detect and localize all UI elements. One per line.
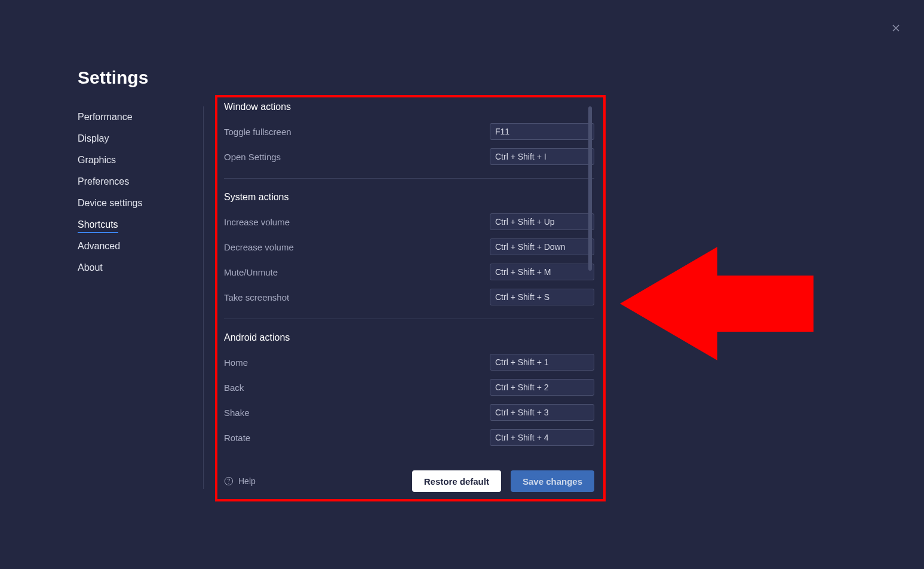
restore-default-button[interactable]: Restore default: [412, 470, 501, 492]
shortcut-input-increase-volume[interactable]: [490, 213, 594, 230]
svg-point-1: [229, 483, 229, 484]
shortcut-input-back[interactable]: [490, 379, 594, 396]
shortcut-label: Open Settings: [224, 152, 281, 162]
shortcut-row-rotate: Rotate: [224, 429, 594, 446]
shortcut-row-back: Back: [224, 379, 594, 396]
shortcut-label: Mute/Unmute: [224, 267, 278, 277]
close-button[interactable]: [889, 21, 903, 35]
sidebar-item-label: Shortcuts: [78, 219, 118, 233]
shortcut-input-rotate[interactable]: [490, 429, 594, 446]
section-window-actions: Window actions Toggle fullscreen Open Se…: [224, 102, 594, 179]
footer: Help Restore default Save changes: [224, 470, 594, 492]
shortcut-row-open-settings: Open Settings: [224, 148, 594, 165]
shortcut-row-increase-volume: Increase volume: [224, 213, 594, 230]
shortcut-input-shake[interactable]: [490, 404, 594, 421]
shortcut-label: Home: [224, 357, 248, 368]
sidebar-item-label: Display: [78, 133, 109, 143]
shortcut-row-take-screenshot: Take screenshot: [224, 289, 594, 305]
shortcut-input-take-screenshot[interactable]: [490, 289, 594, 305]
shortcut-row-shake: Shake: [224, 404, 594, 421]
annotation-arrow-icon: [620, 247, 814, 360]
sidebar-item-label: Advanced: [78, 241, 120, 251]
sidebar-item-label: Device settings: [78, 198, 143, 208]
section-title: Window actions: [224, 102, 594, 112]
sidebar-item-advanced[interactable]: Advanced: [78, 235, 203, 257]
shortcut-input-open-settings[interactable]: [490, 148, 594, 165]
shortcut-input-toggle-fullscreen[interactable]: [490, 123, 594, 140]
svg-marker-2: [620, 247, 814, 360]
shortcut-label: Increase volume: [224, 217, 290, 227]
sidebar-item-graphics[interactable]: Graphics: [78, 149, 203, 171]
shortcuts-content: Window actions Toggle fullscreen Open Se…: [224, 102, 594, 448]
shortcut-input-decrease-volume[interactable]: [490, 238, 594, 255]
shortcut-row-home: Home: [224, 354, 594, 371]
shortcut-label: Back: [224, 383, 244, 393]
close-icon: [890, 22, 902, 34]
shortcut-label: Toggle fullscreen: [224, 127, 291, 137]
help-link[interactable]: Help: [224, 476, 256, 486]
sidebar-item-device-settings[interactable]: Device settings: [78, 192, 203, 214]
section-title: System actions: [224, 192, 594, 203]
section-system-actions: System actions Increase volume Decrease …: [224, 192, 594, 319]
shortcut-row-toggle-fullscreen: Toggle fullscreen: [224, 123, 594, 140]
page-title: Settings: [78, 68, 148, 88]
save-changes-button[interactable]: Save changes: [511, 470, 594, 492]
section-android-actions: Android actions Home Back Shake Rotate R…: [224, 332, 594, 448]
shortcut-label: Rotate: [224, 433, 250, 443]
shortcut-label: Shake: [224, 408, 250, 418]
sidebar-item-performance[interactable]: Performance: [78, 106, 203, 128]
scrollbar[interactable]: [588, 106, 592, 271]
sidebar-item-label: About: [78, 262, 103, 273]
shortcut-label: Take screenshot: [224, 292, 289, 302]
sidebar-item-label: Graphics: [78, 155, 116, 165]
sidebar: Performance Display Graphics Preferences…: [78, 106, 203, 279]
shortcut-label: Decrease volume: [224, 242, 294, 252]
shortcut-input-home[interactable]: [490, 354, 594, 371]
help-icon: [224, 476, 234, 486]
divider: [203, 106, 204, 489]
section-title: Android actions: [224, 332, 594, 343]
sidebar-item-preferences[interactable]: Preferences: [78, 171, 203, 192]
sidebar-item-about[interactable]: About: [78, 257, 203, 279]
sidebar-item-label: Preferences: [78, 176, 129, 186]
footer-buttons: Restore default Save changes: [412, 470, 594, 492]
shortcut-row-decrease-volume: Decrease volume: [224, 238, 594, 255]
sidebar-item-label: Performance: [78, 112, 133, 122]
sidebar-item-shortcuts[interactable]: Shortcuts: [78, 214, 203, 235]
sidebar-item-display[interactable]: Display: [78, 128, 203, 149]
help-label: Help: [238, 476, 256, 486]
shortcut-input-mute-unmute[interactable]: [490, 264, 594, 280]
shortcut-row-mute-unmute: Mute/Unmute: [224, 264, 594, 280]
